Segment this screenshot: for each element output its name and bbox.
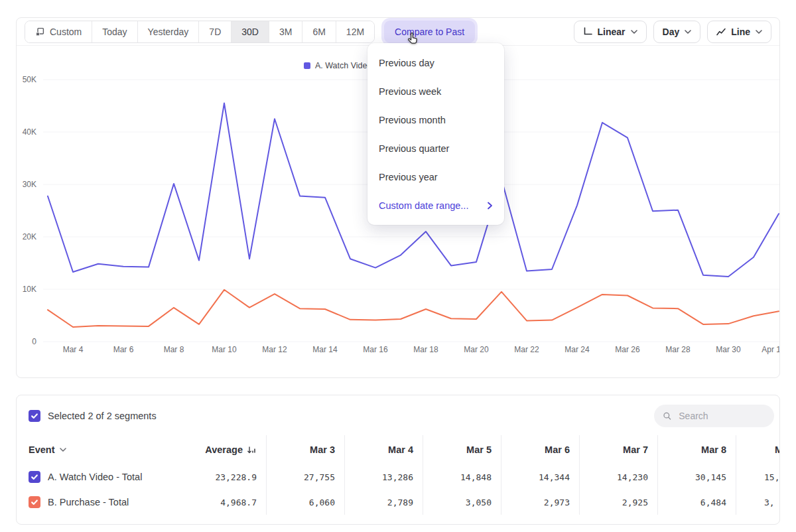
x-axis-label: Mar 12 (262, 345, 287, 354)
compare-to-past-label: Compare to Past (395, 27, 464, 37)
interval-select[interactable]: Day (653, 21, 701, 43)
table-cell: 14,230 (579, 464, 657, 490)
row-checkbox[interactable] (29, 471, 40, 483)
column-header-m[interactable]: M (736, 435, 780, 464)
select-all-checkbox[interactable] (29, 410, 40, 422)
chart-type-select[interactable]: Line (707, 21, 771, 43)
column-header-mar-6[interactable]: Mar 6 (501, 435, 579, 464)
analytics-dashboard: Custom TodayYesterday7D30D3M6M12M Compar… (0, 0, 796, 532)
x-axis-label: Mar 24 (564, 345, 590, 354)
chart-display-controls: Linear Day Line (574, 21, 771, 43)
compare-to-past-button[interactable]: Compare to Past (384, 21, 475, 43)
chart-card: Custom TodayYesterday7D30D3M6M12M Compar… (16, 17, 780, 378)
column-header-label: M (775, 444, 780, 455)
check-icon (31, 498, 38, 506)
compare-to-past-menu: Previous dayPrevious weekPrevious monthP… (367, 43, 504, 225)
table-cell: 30,145 (657, 464, 736, 490)
column-header-average[interactable]: Average (200, 435, 266, 464)
chevron-right-icon (487, 202, 493, 210)
table-cell: 23,228.9 (200, 464, 266, 490)
line-chart-icon (716, 28, 726, 36)
chevron-down-icon (685, 30, 691, 34)
column-header-label: Average (205, 444, 243, 455)
menu-item-previous-week[interactable]: Previous week (367, 77, 504, 105)
chart-toolbar: Custom TodayYesterday7D30D3M6M12M Compar… (17, 18, 779, 46)
x-axis-label: Mar 10 (212, 345, 237, 354)
table-cell: 3, (736, 490, 780, 515)
series-line-b-purchase-total (48, 290, 779, 327)
preset-30d[interactable]: 30D (232, 21, 269, 42)
x-axis-label: Mar 26 (615, 345, 640, 354)
column-header-mar-3[interactable]: Mar 3 (266, 435, 344, 464)
preset-12m[interactable]: 12M (336, 21, 374, 42)
event-name-label: A. Watch Video - Total (48, 472, 142, 482)
x-axis-label: Apr 1 (762, 345, 779, 354)
selected-count-label: Selected 2 of 2 segments (48, 411, 157, 421)
column-header-label: Event (29, 444, 55, 455)
menu-item-previous-year[interactable]: Previous year (367, 163, 504, 191)
chevron-down-icon (60, 448, 66, 452)
column-header-label: Mar 5 (466, 444, 492, 455)
menu-item-custom-date-range[interactable]: Custom date range... (367, 191, 504, 220)
table-cell: 15, (736, 464, 780, 490)
table-cell: 27,755 (266, 464, 344, 490)
preset-7d[interactable]: 7D (199, 21, 232, 42)
table-cell: 14,344 (501, 464, 579, 490)
x-axis-label: Mar 14 (312, 345, 338, 354)
x-axis-label: Mar 28 (665, 345, 691, 354)
preset-6m[interactable]: 6M (302, 21, 336, 42)
table-cell: 13,286 (344, 464, 423, 490)
x-axis-label: Mar 6 (113, 345, 134, 354)
table-cell: 6,060 (266, 490, 344, 515)
y-axis-label: 20K (23, 232, 36, 241)
column-header-label: Mar 6 (545, 444, 570, 455)
sort-icon (247, 446, 257, 454)
table-cell: 3,050 (423, 490, 501, 515)
preset-yesterday[interactable]: Yesterday (138, 21, 200, 42)
y-axis-label: 40K (23, 127, 36, 137)
x-axis-label: Mar 18 (413, 345, 438, 354)
menu-item-previous-day[interactable]: Previous day (367, 48, 504, 77)
legend-swatch (304, 62, 310, 69)
menu-item-previous-month[interactable]: Previous month (367, 105, 504, 134)
column-header-mar-8[interactable]: Mar 8 (657, 435, 736, 464)
scale-select[interactable]: Linear (574, 21, 647, 43)
column-header-label: Mar 3 (310, 444, 335, 455)
column-header-mar-5[interactable]: Mar 5 (423, 435, 501, 464)
y-axis-label: 0 (32, 337, 36, 346)
chevron-down-icon (756, 30, 762, 34)
x-axis-label: Mar 22 (514, 345, 539, 354)
column-header-event[interactable]: Event (17, 435, 200, 464)
table-cell: 6,484 (657, 490, 736, 515)
table-row-event: A. Watch Video - Total (17, 464, 200, 490)
y-axis-label: 50K (23, 75, 36, 84)
linear-scale-icon (583, 27, 592, 36)
custom-date-range-label: Custom date range... (379, 200, 468, 211)
preset-today[interactable]: Today (92, 21, 137, 42)
chevron-down-icon (631, 30, 637, 34)
search-icon (663, 411, 671, 421)
column-header-mar-7[interactable]: Mar 7 (579, 435, 657, 464)
search-input[interactable] (677, 410, 765, 422)
x-axis-label: Mar 16 (363, 345, 388, 354)
x-axis-label: Mar 30 (716, 345, 741, 354)
segments-header: Selected 2 of 2 segments (17, 395, 779, 431)
row-checkbox[interactable] (29, 496, 40, 508)
custom-date-button[interactable]: Custom (25, 21, 92, 42)
preset-3m[interactable]: 3M (269, 21, 302, 42)
column-header-label: Mar 8 (701, 444, 726, 455)
table-cell: 4,968.7 (200, 490, 266, 515)
date-range-button-group: Custom TodayYesterday7D30D3M6M12M (25, 21, 375, 43)
chart-type-label: Line (731, 27, 750, 37)
segments-table: EventAverageMar 3Mar 4Mar 5Mar 6Mar 7Mar… (17, 435, 779, 515)
check-icon (31, 412, 38, 420)
table-cell: 2,789 (344, 490, 423, 515)
custom-date-label: Custom (50, 27, 82, 37)
x-axis-label: Mar 4 (63, 345, 84, 354)
interval-label: Day (663, 27, 680, 37)
column-header-mar-4[interactable]: Mar 4 (344, 435, 423, 464)
table-cell: 2,973 (501, 490, 579, 515)
check-icon (31, 473, 38, 481)
x-axis-label: Mar 8 (164, 345, 184, 354)
menu-item-previous-quarter[interactable]: Previous quarter (367, 134, 504, 163)
